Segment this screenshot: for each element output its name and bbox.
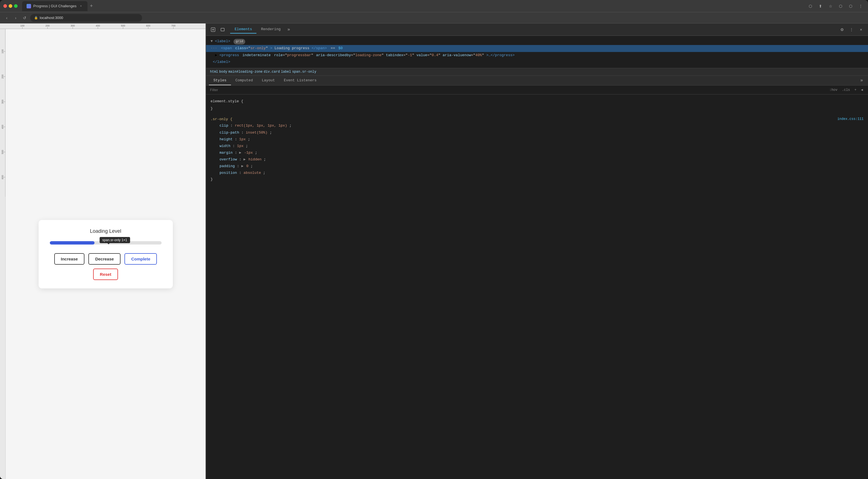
devtools-toolbar: Elements Rendering » ⚙ ⋮ ×	[206, 24, 868, 36]
reset-button[interactable]: Reset	[93, 268, 118, 280]
devtools-kebab-button[interactable]: ⋮	[847, 25, 856, 34]
css-prop-overflow: overflow : ▶ hidden ;	[211, 156, 864, 163]
breadcrumb-span-sronly[interactable]: span.sr-only	[292, 70, 316, 74]
tab-title: Progress | GUI Challenges	[33, 4, 76, 8]
cls-button[interactable]: .cls	[841, 88, 851, 93]
tooltip: span.sr-only 1×1	[99, 237, 130, 243]
tab-layout[interactable]: Layout	[257, 76, 279, 85]
prop-value-clip-path: inset(50%)	[246, 130, 268, 135]
reload-button[interactable]: ↺	[21, 14, 28, 21]
progress-triangle[interactable]: ▶	[215, 53, 217, 57]
devtools-panel: Elements Rendering » ⚙ ⋮ × ▼ <label> gri…	[206, 24, 868, 479]
sr-only-rule-header: .sr-only { index.css:111	[211, 116, 864, 122]
class-attr: class="sr-only"	[235, 46, 270, 50]
dom-close-label-line[interactable]: </label>	[206, 59, 868, 66]
devtools-controls: ⚙ ⋮ ×	[838, 25, 865, 34]
css-prop-padding: padding : ▶ 0 ;	[211, 163, 864, 170]
title-bar: Progress | GUI Challenges × + ⬡ ⬆ ☆ ⬡ ⬡ …	[0, 0, 868, 12]
prop-value-height: 1px	[239, 137, 246, 141]
prop-name-height: height	[219, 137, 232, 141]
svg-text:400: 400	[96, 24, 100, 27]
dom-span-line[interactable]: ··· <span class="sr-only" > Loading prog…	[206, 45, 868, 52]
filter-input[interactable]	[210, 88, 826, 92]
breadcrumb-label[interactable]: label	[281, 70, 291, 74]
breadcrumb-html[interactable]: html	[210, 70, 218, 74]
external-link-icon[interactable]: ⬡	[806, 2, 814, 10]
css-prop-clip: clip : rect(1px, 1px, 1px, 1px) ;	[211, 122, 864, 129]
dots-icon: ···	[211, 46, 217, 50]
tab-computed[interactable]: Computed	[231, 76, 257, 85]
hov-button[interactable]: :hov	[828, 88, 839, 93]
tab-rendering[interactable]: Rendering	[256, 25, 285, 34]
minimize-traffic-light[interactable]	[9, 4, 12, 8]
vertical-ruler: 100 200 300 400 500 600	[0, 29, 6, 479]
forward-button[interactable]: ›	[12, 14, 19, 21]
maximize-traffic-light[interactable]	[14, 4, 18, 8]
prop-value-padding: 0	[246, 164, 249, 168]
span-text-content: Loading progress	[275, 46, 310, 50]
extensions-icon[interactable]: ⬡	[837, 2, 844, 10]
breadcrumb-main[interactable]: main#loading-zone	[228, 70, 262, 74]
dom-progress-line[interactable]: ▶ <progress indeterminate role="progress…	[206, 52, 868, 59]
new-tab-button[interactable]: +	[88, 2, 95, 10]
style-tabs: Styles Computed Layout Event Listeners »	[206, 76, 868, 86]
css-rules: element.style { } .sr-only { index.css:1…	[206, 94, 868, 479]
active-tab[interactable]: Progress | GUI Challenges ×	[22, 1, 88, 11]
svg-text:200: 200	[1, 74, 4, 78]
describedby-text: describedby	[327, 53, 351, 57]
browser-window: Progress | GUI Challenges × + ⬡ ⬆ ☆ ⬡ ⬡ …	[0, 0, 868, 479]
loading-zone-value: loading-zone	[355, 53, 382, 57]
share-icon[interactable]: ⬆	[816, 2, 825, 10]
tab-event-listeners[interactable]: Event Listeners	[279, 76, 321, 85]
toggle-sidebar-button[interactable]: ◀	[860, 87, 864, 93]
span-tag: <span	[221, 46, 232, 50]
padding-expand-icon[interactable]: ▶	[241, 164, 244, 168]
back-button[interactable]: ‹	[3, 14, 10, 21]
device-toggle-button[interactable]	[218, 25, 227, 34]
add-rule-button[interactable]: +	[854, 88, 858, 93]
css-prop-margin: margin : ▶ -1px ;	[211, 150, 864, 156]
bookmark-icon[interactable]: ☆	[827, 2, 834, 10]
margin-expand-icon[interactable]: ▶	[239, 151, 241, 155]
profile-icon[interactable]: ⬡	[847, 2, 855, 10]
prop-value-width: 1px	[237, 144, 243, 148]
url-bar[interactable]: 🔒 localhost:3000	[30, 14, 142, 22]
expand-triangle[interactable]: ▼	[211, 39, 213, 43]
prop-name-width: width	[219, 144, 230, 148]
svg-text:400: 400	[1, 125, 4, 129]
style-tabs-more[interactable]: »	[858, 76, 865, 85]
more-options-icon[interactable]: ⋮	[857, 2, 865, 10]
horizontal-ruler: 100 200 300 400 500 600 700	[0, 24, 206, 29]
devtools-settings-button[interactable]: ⚙	[838, 25, 846, 34]
tag-close: >	[270, 46, 272, 50]
decrease-button[interactable]: Decrease	[88, 253, 121, 265]
grid-badge: grid	[234, 39, 245, 44]
svg-text:500: 500	[121, 24, 125, 27]
devtools-close-button[interactable]: ×	[857, 25, 865, 34]
aria-describedby-name: aria-	[316, 53, 327, 57]
svg-rect-29	[221, 28, 224, 31]
sr-only-close-brace: }	[211, 177, 864, 183]
card-title: Loading Level	[50, 228, 162, 234]
dom-label-line[interactable]: ▼ <label> grid	[206, 38, 868, 45]
tooltip-text: span.sr-only 1×1	[102, 238, 127, 242]
prop-name-clip-path: clip-path	[219, 130, 239, 135]
element-style-selector: element.style {	[211, 98, 864, 104]
tabs-more-button[interactable]: »	[285, 25, 292, 34]
complete-button[interactable]: Complete	[124, 253, 157, 265]
element-style-rule: element.style { }	[206, 97, 868, 113]
close-traffic-light[interactable]	[3, 4, 7, 8]
prop-name-margin: margin	[219, 151, 232, 155]
tab-close-button[interactable]: ×	[79, 4, 83, 8]
inspect-element-button[interactable]	[209, 25, 217, 34]
sr-only-file-ref[interactable]: index.css:111	[837, 116, 864, 122]
sr-only-rule: .sr-only { index.css:111 clip : rect(1px…	[206, 115, 868, 184]
tab-styles[interactable]: Styles	[209, 76, 231, 85]
filter-bar: :hov .cls + ◀	[206, 86, 868, 94]
tab-elements[interactable]: Elements	[230, 25, 256, 34]
aria-valuenow-attr: aria-valuenow	[443, 53, 471, 57]
overflow-expand-icon[interactable]: ▶	[244, 157, 246, 162]
breadcrumb-body[interactable]: body	[219, 70, 227, 74]
breadcrumb-divcard[interactable]: div.card	[264, 70, 280, 74]
increase-button[interactable]: Increase	[54, 253, 85, 265]
